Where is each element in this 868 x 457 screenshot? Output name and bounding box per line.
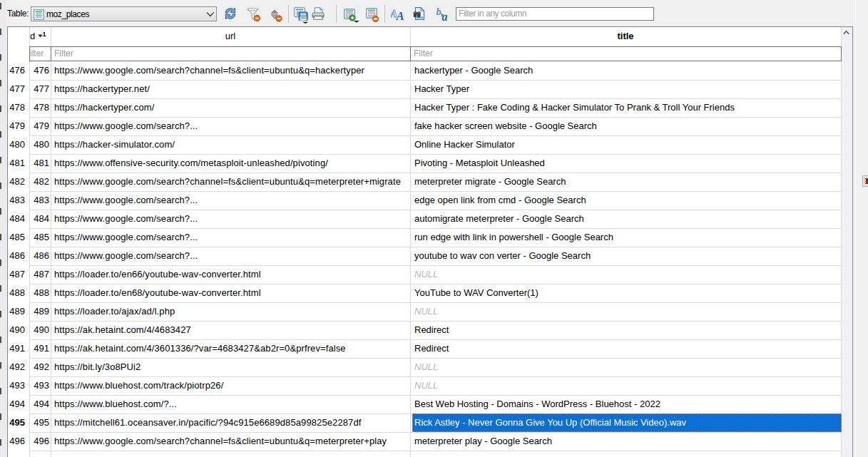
svg-text:a: a: [442, 11, 448, 21]
svg-text:A: A: [396, 9, 404, 21]
svg-text:b: b: [436, 7, 441, 17]
